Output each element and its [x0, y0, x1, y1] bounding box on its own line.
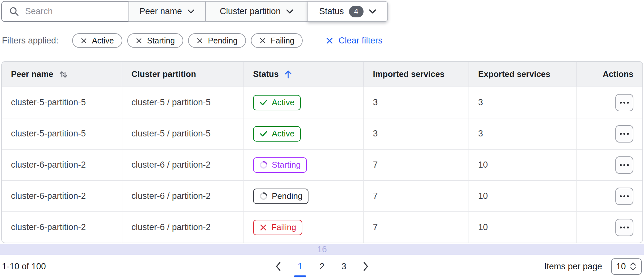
cell-exported-services: 10	[469, 150, 576, 180]
table-header-row: Peer name Cluster partition Status Impor…	[2, 62, 642, 87]
close-icon[interactable]	[136, 37, 142, 44]
cell-actions	[576, 181, 642, 211]
table-row: cluster-5-partition-5 cluster-5 / partit…	[2, 118, 642, 149]
filter-chip-pending[interactable]: Pending	[188, 33, 246, 48]
search-box[interactable]	[1, 1, 129, 22]
pagination-bar: 1-10 of 100 1 2 3 Items per page 10	[0, 255, 644, 278]
filters-applied-label: Filters applied:	[2, 36, 59, 46]
close-icon	[326, 37, 334, 45]
spinner-icon	[259, 192, 268, 200]
status-filter-dropdown[interactable]: Status 4	[308, 1, 388, 22]
cell-cluster-partition: cluster-6 / partition-2	[122, 212, 243, 243]
cell-cluster-partition: cluster-5 / partition-5	[122, 118, 243, 149]
chevron-down-icon	[187, 9, 195, 14]
cluster-peers-page: Peer name Cluster partition Status 4 Fil…	[0, 0, 644, 278]
row-actions-more-button[interactable]	[615, 188, 633, 205]
column-header-peer-name[interactable]: Peer name	[2, 62, 122, 87]
page-button-2[interactable]: 2	[315, 256, 329, 277]
filter-chip-active[interactable]: Active	[72, 33, 122, 48]
cell-exported-services: 10	[469, 212, 576, 243]
x-icon	[259, 223, 268, 232]
column-header-label: Imported services	[373, 69, 445, 79]
column-header-label: Status	[253, 69, 279, 79]
items-per-page-value: 10	[616, 262, 626, 272]
status-badge-label: Active	[272, 97, 295, 107]
filter-chip-label: Active	[92, 36, 114, 45]
row-actions-more-button[interactable]	[615, 156, 633, 174]
close-icon[interactable]	[259, 37, 266, 44]
cell-cluster-partition: cluster-6 / partition-2	[122, 181, 243, 211]
column-header-label: Actions	[603, 69, 633, 79]
cell-exported-services: 3	[469, 118, 576, 149]
chevron-down-icon	[286, 9, 294, 14]
row-actions-more-button[interactable]	[615, 94, 633, 111]
cell-actions	[576, 87, 642, 118]
cell-actions	[576, 118, 642, 149]
cell-actions	[576, 150, 642, 180]
cell-peer-name: cluster-5-partition-5	[2, 87, 122, 118]
cell-cluster-partition: cluster-6 / partition-2	[122, 150, 243, 180]
column-header-cluster-partition: Cluster partition	[122, 62, 243, 87]
page-button-3[interactable]: 3	[337, 256, 351, 277]
column-header-label: Peer name	[11, 69, 53, 79]
cell-status: Pending	[243, 181, 363, 211]
items-per-page: Items per page 10	[544, 255, 642, 278]
status-filter-count-badge: 4	[349, 6, 364, 17]
peer-name-filter-label: Peer name	[139, 6, 182, 16]
search-icon	[9, 6, 19, 17]
close-icon[interactable]	[80, 37, 87, 44]
table-row: cluster-6-partition-2 cluster-6 / partit…	[2, 149, 642, 180]
status-badge: Failing	[253, 220, 302, 235]
cell-imported-services: 7	[363, 181, 469, 211]
overflow-row-band: 16	[0, 244, 644, 255]
status-badge: Pending	[253, 189, 308, 204]
cell-status: Failing	[243, 212, 363, 243]
row-actions-more-button[interactable]	[615, 219, 633, 236]
cluster-partition-filter-label: Cluster partition	[220, 6, 280, 16]
row-actions-more-button[interactable]	[615, 125, 633, 143]
page-button-1[interactable]: 1	[293, 256, 307, 277]
column-header-imported-services: Imported services	[363, 62, 469, 87]
check-icon	[259, 129, 268, 138]
sort-ascending-icon	[284, 70, 293, 79]
filter-chip-label: Failing	[271, 36, 295, 45]
filter-chip-failing[interactable]: Failing	[251, 33, 303, 48]
items-per-page-select[interactable]: 10	[611, 258, 642, 275]
stepper-icon	[629, 262, 637, 271]
cell-exported-services: 3	[469, 87, 576, 118]
column-header-label: Cluster partition	[131, 69, 196, 79]
close-icon[interactable]	[196, 37, 203, 44]
status-badge: Active	[253, 126, 301, 142]
sort-icon	[59, 69, 68, 79]
column-header-status[interactable]: Status	[243, 62, 363, 87]
column-header-actions: Actions	[576, 62, 642, 87]
cell-cluster-partition: cluster-5 / partition-5	[122, 87, 243, 118]
status-badge-label: Pending	[272, 191, 302, 201]
table-row: cluster-6-partition-2 cluster-6 / partit…	[2, 180, 642, 211]
chevron-left-icon[interactable]	[271, 256, 285, 277]
cell-status: Active	[243, 118, 363, 149]
filter-chip-label: Pending	[208, 36, 238, 45]
spinner-icon	[259, 161, 268, 169]
cell-actions	[576, 212, 642, 243]
column-header-label: Exported services	[478, 69, 550, 79]
table-row: cluster-5-partition-5 cluster-5 / partit…	[2, 87, 642, 118]
pagination-range-label: 1-10 of 100	[2, 255, 46, 278]
pager: 1 2 3	[271, 256, 373, 277]
check-icon	[259, 98, 268, 107]
cell-peer-name: cluster-6-partition-2	[2, 212, 122, 243]
cell-status: Active	[243, 87, 363, 118]
cluster-partition-filter-dropdown[interactable]: Cluster partition	[205, 1, 308, 22]
peer-name-filter-dropdown[interactable]: Peer name	[128, 1, 206, 22]
clear-filters-button[interactable]: Clear filters	[326, 36, 383, 46]
peers-table: Peer name Cluster partition Status Impor…	[1, 61, 643, 243]
filter-chip-starting[interactable]: Starting	[127, 33, 183, 48]
cell-imported-services: 7	[363, 150, 469, 180]
clear-filters-label: Clear filters	[338, 36, 383, 46]
filter-toolbar: Peer name Cluster partition Status 4	[1, 1, 388, 22]
status-badge: Active	[253, 95, 301, 110]
status-filter-label: Status	[319, 6, 344, 16]
search-input[interactable]	[25, 6, 123, 16]
chevron-right-icon[interactable]	[359, 256, 373, 277]
overflow-row-value: 16	[317, 245, 327, 255]
